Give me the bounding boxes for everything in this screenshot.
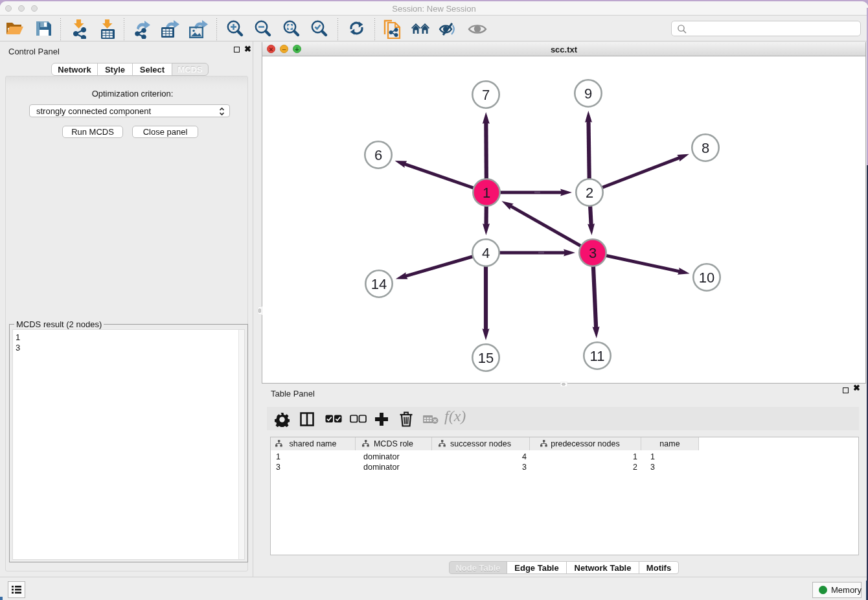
svg-text:14: 14 bbox=[371, 276, 387, 292]
svg-text:3: 3 bbox=[589, 245, 597, 261]
svg-text:8: 8 bbox=[702, 140, 709, 156]
svg-text:15: 15 bbox=[478, 350, 494, 366]
svg-text:9: 9 bbox=[584, 86, 592, 102]
svg-text:6: 6 bbox=[374, 147, 382, 163]
svg-text:1: 1 bbox=[483, 185, 490, 201]
svg-text:10: 10 bbox=[699, 270, 714, 286]
svg-text:2: 2 bbox=[586, 185, 593, 201]
svg-text:7: 7 bbox=[482, 87, 490, 103]
svg-text:11: 11 bbox=[590, 348, 605, 364]
svg-text:4: 4 bbox=[482, 245, 490, 261]
